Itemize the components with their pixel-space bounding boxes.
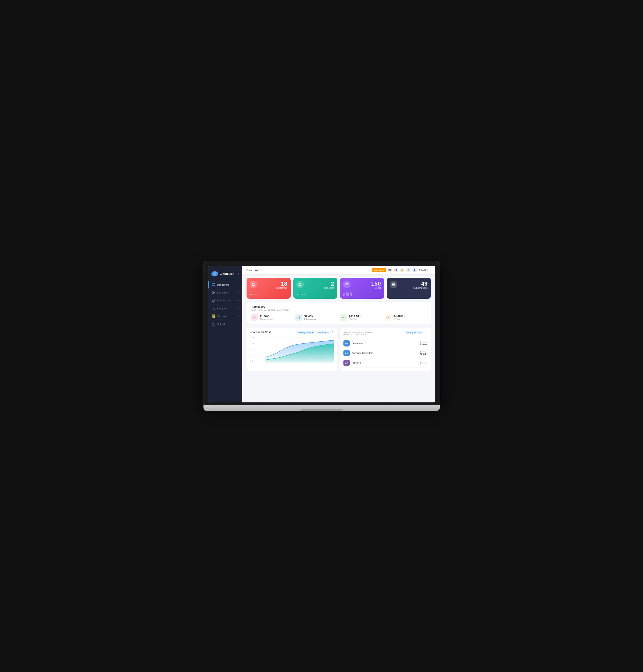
cost-label: Cost on partner <box>260 318 273 320</box>
svg-point-18 <box>300 283 301 284</box>
customer-revenue-at: Revenue <box>420 362 427 364</box>
profitability-title: Profitability <box>251 306 427 308</box>
pct-profit-label: % Profit <box>393 318 405 320</box>
stat-card-resellers: 2 Resellers ▼ 0 ▲ 0 <box>293 278 337 299</box>
profit-metric-billed: 📊 $2.40K Billed Amount <box>295 314 337 321</box>
customers-card-title: Top 10 Customers By revenue <box>343 331 372 334</box>
svg-point-7 <box>213 292 214 293</box>
subscriptions-label: Subscriptions <box>413 286 427 289</box>
svg-rect-2 <box>211 283 213 284</box>
seats-card-icon <box>343 281 351 288</box>
sell-indirect-chevron: ▶ <box>238 299 239 301</box>
sidebar-item-dashboard-label: Dashboard <box>217 283 229 286</box>
svg-point-15 <box>252 283 253 284</box>
svg-rect-20 <box>346 284 348 284</box>
svg-rect-22 <box>392 283 395 284</box>
period-chip[interactable]: 6 Billing Periods ▾ <box>297 331 315 334</box>
chart-title: Revenue vs Cost <box>250 331 271 334</box>
chart-controls: 6 Billing Periods ▾ Microsoft ✕ ⋮ <box>297 331 334 334</box>
sell-direct-icon <box>211 291 215 294</box>
subscriptions-value: 49 <box>413 281 427 286</box>
flag-icon: 🇺🇸 <box>388 269 391 272</box>
settings-icon[interactable]: ⚙ <box>406 268 410 272</box>
customer-name-at: Aim Tech <box>352 362 418 364</box>
resellers-label: Resellers <box>324 286 334 289</box>
customers-card-icon <box>250 281 257 288</box>
profit-metrics: 🏷 $1.80K Cost on partner <box>251 314 427 321</box>
customer-item-ac: AC Awesome Computers Revenue $2.00K <box>343 349 428 358</box>
microsoft-chip[interactable]: Microsoft ✕ <box>316 331 329 334</box>
app-container: CloudLabs ◀ Dashboard <box>208 266 435 402</box>
svg-rect-11 <box>211 315 213 316</box>
upload-icon <box>211 322 215 326</box>
headphone-icon[interactable]: 🎧 <box>393 268 398 272</box>
profitability-dates: Oct 05, 2022 - Nov 04, 2022 (Nov 07, 202… <box>251 309 427 311</box>
tour-button[interactable]: Take a tour <box>372 268 386 272</box>
topbar-right: Take a tour 🇺🇸 🎧 🔔 ⚙ 👤 John Doe ▾ <box>372 268 431 272</box>
analyze-icon <box>211 306 215 310</box>
profit-metric-cost: 🏷 $1.80K Cost on partner <box>251 314 293 321</box>
customers-menu-icon[interactable]: ⋮ <box>425 331 428 334</box>
net-profit-icon: ✏ <box>340 314 347 321</box>
customers-period-chip[interactable]: 6 Billing Periods ▾ <box>405 331 423 334</box>
laptop-screen: CloudLabs ◀ Dashboard <box>208 266 435 402</box>
laptop-base <box>204 405 440 411</box>
page-title: Dashboard <box>246 269 262 272</box>
laptop-wrapper: CloudLabs ◀ Dashboard <box>204 261 440 411</box>
subscriptions-card-icon <box>390 281 397 288</box>
sidebar-item-sell-direct[interactable]: Sell Direct ▶ <box>208 289 242 296</box>
customers-header: Top 10 Customers By revenue May 05, 2022… <box>343 331 428 338</box>
billed-icon: 📊 <box>295 314 302 321</box>
collapse-icon[interactable]: ◀ <box>237 272 239 275</box>
customers-label: Customers <box>276 286 288 289</box>
customer-item-ds: DS Demo S and D Revenue $3.80K <box>343 339 428 349</box>
resellers-card-icon <box>296 281 304 288</box>
cost-value: $1.80K <box>260 315 269 318</box>
sidebar-item-upload-label: Upload <box>217 322 225 326</box>
sidebar-item-analyze[interactable]: Analyze ▶ <box>208 304 242 312</box>
dashboard-icon <box>211 283 215 286</box>
svg-point-16 <box>254 283 255 284</box>
customer-item-at: AT Aim Tech Revenue <box>343 358 428 368</box>
chart-menu-icon[interactable]: ⋮ <box>331 331 334 334</box>
billed-label: Billed Amount <box>304 318 316 320</box>
logo-text: CloudLabs <box>220 272 234 276</box>
svg-rect-23 <box>392 284 395 285</box>
seats-mini-bars <box>343 291 381 296</box>
stat-card-customers: 18 Customers ▼ 0 ▲ 0 <box>246 278 291 299</box>
svg-rect-21 <box>346 284 348 285</box>
svg-rect-3 <box>214 283 215 284</box>
laptop-bezel: CloudLabs ◀ Dashboard <box>204 261 440 405</box>
svg-rect-14 <box>213 316 215 318</box>
sidebar-item-analyze-label: Analyze <box>217 307 226 310</box>
user-name: John Doe <box>419 269 428 271</box>
user-info: John Doe ▾ <box>419 269 430 271</box>
sidebar-item-sell-indirect[interactable]: Sell Indirect ▶ <box>208 296 242 304</box>
sidebar-item-upload[interactable]: Upload <box>208 320 242 328</box>
sidebar-item-dashboard[interactable]: Dashboard <box>208 281 242 289</box>
sidebar-item-sell-direct-label: Sell Direct <box>217 291 228 294</box>
analyze-chevron: ▶ <box>238 307 239 309</box>
customer-avatar-ac: AC <box>343 350 350 356</box>
customer-avatar-ds: DS <box>343 340 350 346</box>
chart-header: Revenue vs Cost 6 Billing Periods ▾ Micr… <box>250 331 334 334</box>
customer-revenue-ac: Revenue $2.00K <box>420 351 427 355</box>
dashboard-body: 18 Customers ▼ 0 ▲ 0 <box>242 274 435 402</box>
notification-icon[interactable]: 🔔 <box>400 268 404 272</box>
customers-value: 18 <box>276 281 288 286</box>
svg-point-17 <box>299 283 300 284</box>
profit-metric-pct: 📈 34.48% ↑ % Profit <box>385 314 427 321</box>
sidebar-item-microsoft[interactable]: Microsoft ▶ <box>208 312 242 320</box>
user-icon[interactable]: 👤 <box>412 268 417 272</box>
customer-name-ac: Awesome Computers <box>352 352 418 354</box>
customer-revenue-ds: Revenue $3.80K <box>420 341 427 346</box>
svg-line-10 <box>214 309 215 309</box>
svg-rect-4 <box>211 285 213 286</box>
net-profit-label: Net Profit <box>349 318 361 320</box>
svg-rect-13 <box>211 316 213 318</box>
profitability-section: Profitability Oct 05, 2022 - Nov 04, 202… <box>246 302 431 324</box>
seats-value: 150 <box>371 281 381 286</box>
svg-rect-5 <box>214 285 215 286</box>
customer-avatar-at: AT <box>343 359 350 366</box>
sidebar-item-microsoft-label: Microsoft <box>217 315 227 318</box>
